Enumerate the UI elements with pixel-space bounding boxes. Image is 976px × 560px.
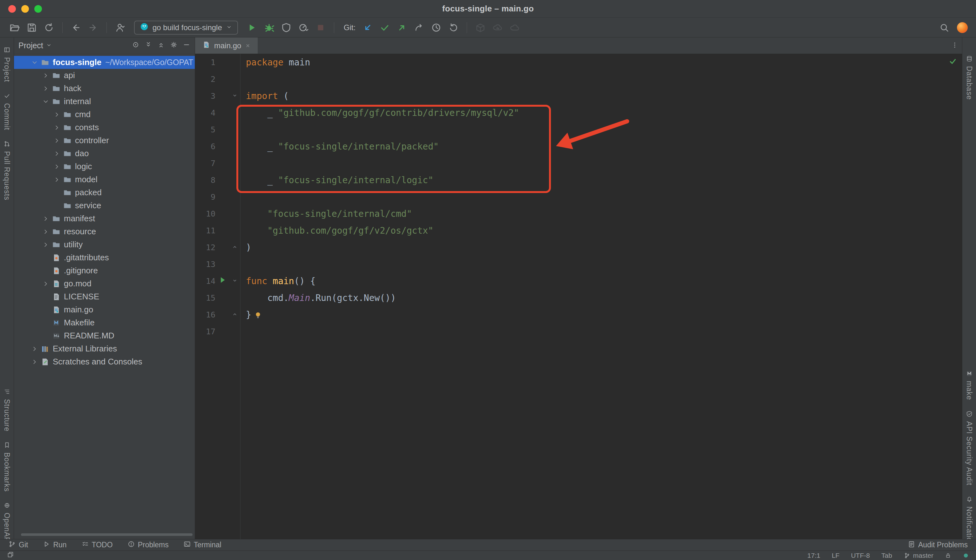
tree-item-scratches-and-consoles[interactable]: Scratches and Consoles	[14, 355, 195, 368]
zoom-window-button[interactable]	[34, 5, 42, 13]
chevron-down-icon[interactable]	[30, 59, 39, 66]
chevron-right-icon[interactable]	[41, 228, 50, 235]
chevron-right-icon[interactable]	[41, 72, 50, 79]
tree-item-focus-single[interactable]: focus-single~/Workspace/Go/GOPAT	[14, 56, 195, 69]
search-icon[interactable]	[938, 21, 951, 34]
commit-icon[interactable]	[378, 21, 391, 34]
tool-button-make[interactable]: make	[965, 370, 973, 400]
user-icon[interactable]	[114, 21, 127, 34]
inspections-ok-icon[interactable]	[949, 57, 957, 68]
update-project-icon[interactable]	[361, 21, 374, 34]
tree-item-makefile[interactable]: Makefile	[14, 316, 195, 329]
tool-window-button-git[interactable]: Git	[8, 540, 28, 550]
chevron-right-icon[interactable]	[52, 163, 62, 170]
chevron-right-icon[interactable]	[30, 345, 39, 352]
chevron-right-icon[interactable]	[52, 111, 62, 118]
status-caret-position[interactable]: 17:1	[807, 552, 820, 559]
push-icon[interactable]	[396, 21, 408, 34]
open-icon[interactable]	[8, 21, 21, 34]
coverage-button[interactable]	[280, 21, 292, 34]
project-view-selector[interactable]: Project	[18, 41, 43, 50]
tree-item-manifest[interactable]: manifest	[14, 212, 195, 225]
tree-item-gitignore[interactable]: .gitignore	[14, 264, 195, 277]
tool-button-database[interactable]: Database	[965, 55, 973, 100]
save-icon[interactable]	[25, 21, 38, 34]
tabs-menu-icon[interactable]	[951, 42, 958, 50]
locate-file-icon[interactable]	[132, 41, 139, 50]
forward-icon[interactable]	[87, 21, 99, 34]
tree-item-internal[interactable]: internal	[14, 95, 195, 108]
tool-window-button-run[interactable]: Run	[43, 540, 67, 550]
fold-end-icon[interactable]	[231, 242, 238, 253]
tree-item-logic[interactable]: logic	[14, 160, 195, 173]
status-plugin-dot-icon[interactable]	[963, 552, 969, 559]
fold-start-icon[interactable]	[231, 276, 238, 287]
chevron-down-icon[interactable]	[46, 41, 52, 50]
rollback-icon[interactable]	[447, 21, 460, 34]
tool-button-structure[interactable]: Structure	[3, 388, 11, 432]
chevron-right-icon[interactable]	[41, 215, 50, 222]
tree-item-resource[interactable]: resource	[14, 225, 195, 238]
tool-button-commit[interactable]: Commit	[3, 92, 11, 130]
hide-panel-icon[interactable]	[183, 41, 190, 50]
tool-window-button-todo[interactable]: TODO	[81, 540, 113, 550]
tab-main-go[interactable]: main.go	[195, 37, 257, 53]
close-window-button[interactable]	[8, 5, 16, 13]
restore-windows-icon[interactable]	[7, 551, 14, 560]
tree-item-api[interactable]: api	[14, 69, 195, 82]
chevron-right-icon[interactable]	[41, 85, 50, 92]
intention-bulb-icon[interactable]	[254, 311, 262, 319]
tree-item-gitattributes[interactable]: .gitattributes	[14, 251, 195, 264]
gear-icon[interactable]	[170, 41, 177, 50]
run-config-select[interactable]: go build focus-single	[134, 21, 238, 35]
tool-button-openapi[interactable]: OpenAPI	[3, 502, 11, 539]
tree-item-license[interactable]: LICENSE	[14, 290, 195, 303]
status-git-branch[interactable]: master	[904, 552, 933, 559]
cloud-icon[interactable]	[508, 21, 521, 34]
chevron-right-icon[interactable]	[52, 137, 62, 144]
tool-window-button-terminal[interactable]: Terminal	[183, 540, 221, 550]
lock-icon[interactable]	[945, 552, 951, 559]
tree-item-model[interactable]: model	[14, 173, 195, 186]
status-line-ending[interactable]: LF	[832, 552, 840, 559]
tool-button-bookmarks[interactable]: Bookmarks	[3, 442, 11, 492]
code-editor[interactable]: 1package main23import (4 _ "github.com/g…	[195, 54, 962, 539]
status-encoding[interactable]: UTF-8	[851, 552, 870, 559]
sync-icon[interactable]	[43, 21, 55, 34]
chevron-right-icon[interactable]	[41, 280, 50, 287]
chevron-right-icon[interactable]	[41, 241, 50, 248]
tree-item-go-mod[interactable]: go.mod	[14, 277, 195, 290]
tree-item-dao[interactable]: dao	[14, 147, 195, 160]
chevron-right-icon[interactable]	[52, 176, 62, 183]
chevron-right-icon[interactable]	[52, 150, 62, 157]
tree-item-service[interactable]: service	[14, 199, 195, 212]
minimize-window-button[interactable]	[21, 5, 29, 13]
debug-button[interactable]	[263, 21, 276, 34]
tool-window-button-audit-problems[interactable]: Audit Problems	[908, 540, 968, 550]
tree-item-hack[interactable]: hack	[14, 82, 195, 95]
tool-button-project[interactable]: Project	[3, 47, 11, 82]
close-tab-icon[interactable]	[245, 43, 251, 48]
tree-item-consts[interactable]: consts	[14, 121, 195, 134]
user-avatar[interactable]	[957, 22, 968, 33]
tool-button-notifications[interactable]: Notifications	[965, 495, 973, 539]
tree-item-packed[interactable]: packed	[14, 186, 195, 199]
tree-item-external-libraries[interactable]: External Libraries	[14, 342, 195, 355]
tool-button-api-security-audit[interactable]: API Security Audit	[965, 410, 973, 485]
run-gutter-icon[interactable]	[217, 275, 227, 287]
tree-item-main-go[interactable]: main.go	[14, 303, 195, 316]
chevron-down-icon[interactable]	[41, 98, 50, 105]
fold-start-icon[interactable]	[231, 91, 238, 101]
stop-button[interactable]	[314, 21, 327, 34]
tree-item-controller[interactable]: controller	[14, 134, 195, 147]
expand-all-icon[interactable]	[145, 41, 152, 50]
fold-end-icon[interactable]	[231, 310, 238, 320]
tool-button-pull-requests[interactable]: Pull Requests	[3, 140, 11, 200]
profiler-button[interactable]	[297, 21, 310, 34]
cherry-pick-icon[interactable]	[413, 21, 425, 34]
chevron-right-icon[interactable]	[30, 358, 39, 365]
chevron-right-icon[interactable]	[52, 124, 62, 131]
horizontal-scrollbar[interactable]	[21, 533, 192, 536]
cloud-compare-icon[interactable]	[491, 21, 504, 34]
stash-icon[interactable]	[474, 21, 487, 34]
